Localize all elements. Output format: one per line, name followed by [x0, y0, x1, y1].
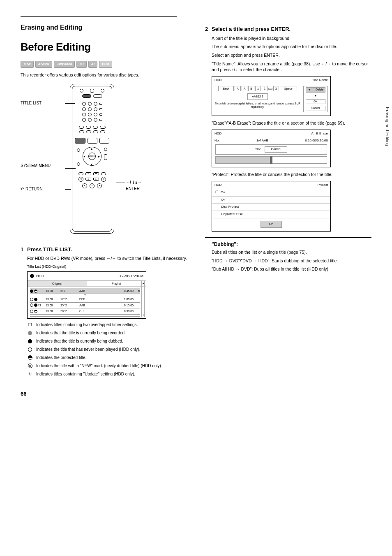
protected-icon [27, 355, 33, 361]
legend-item: Indicates that the title is currently be… [27, 338, 187, 344]
disc-icon: ♪ [30, 274, 34, 278]
return-icon: ↶ [21, 186, 24, 192]
step-2-desc-c: Select an option and press ENTER. [212, 52, 371, 58]
ab-slider[interactable] [215, 156, 327, 164]
remote-label-arrows: ←/↑/↓/→ [126, 180, 141, 185]
scrollbar[interactable]: ▴▾ [141, 281, 145, 317]
left-arrow-icon: ← [126, 180, 130, 185]
step-2-desc-a: A part of the title is played in backgro… [212, 35, 371, 42]
step-2: 2Select a title and press ENTER. [205, 25, 371, 33]
dubbing-p3: "Dub All HD → DVD": Dubs all titles in t… [212, 266, 371, 272]
disc-tag: -R [88, 61, 97, 68]
down-arrow-icon: ▼ [314, 94, 317, 97]
protect-option-off[interactable]: Off [212, 197, 330, 204]
dubbing-p2: "HDD → DVD"/"DVD → HDD": Starts dubbing … [212, 258, 371, 264]
down-arrow-icon: ↓ [134, 180, 136, 185]
char-key[interactable]: 1 [255, 86, 261, 91]
legend-item: ❐ Indicates titles containing two overla… [27, 322, 187, 328]
update-icon: ↻ [136, 289, 140, 293]
disc-tag: +R [76, 61, 86, 68]
chapter-heading: Erasing and Editing [21, 23, 187, 32]
overlap-icon: ❐ [38, 303, 41, 307]
protect-selected[interactable]: On [261, 221, 282, 228]
space-button[interactable]: Space [280, 86, 297, 91]
overlap-icon: ❐ [27, 322, 33, 328]
intro-text: This recorder offers various edit option… [21, 72, 187, 78]
protect-figure: HDD Protect ❐On Off Disc Protect Unprote… [212, 181, 331, 232]
step-1: 1Press TITLE LIST. [21, 246, 187, 253]
title-list-hdd: HDD [36, 273, 44, 278]
title-name-figure: HDD Title Name Back A A B 1 2 3 Space [212, 76, 331, 116]
title-list-header-right: 1 AAB 1:29PM [119, 273, 143, 278]
side-tab: Erasing and Editing [383, 99, 392, 154]
fig-title: Protect [318, 183, 328, 188]
left-arrow-icon: ◄ [308, 88, 310, 92]
overlap-icon: ❐ [215, 190, 218, 195]
remote-label-return: ↶RETURN [21, 186, 43, 192]
table-row[interactable]: 13:00 17/ 2 DEF 1:00:00 [30, 297, 140, 302]
remote-label-title-list: TITLE LIST [21, 100, 42, 106]
fig-hdd: HDD [214, 132, 221, 136]
delete-button[interactable]: ◄ Delete [306, 87, 325, 93]
char-key[interactable]: A [235, 86, 241, 91]
option-erase: "Erase"/"A-B Erase": Erases the title or… [212, 120, 371, 126]
disc-tag-row: +RW -RWVR -RWVideo +R -R HDD [21, 61, 187, 68]
cursor-indicator: ▼ [30, 294, 140, 296]
char-key[interactable]: B [248, 86, 254, 91]
disc-tag: HDD [99, 61, 112, 68]
fig-hdd: HDD [214, 183, 221, 188]
legend-item: Indicates the title with a "NEW" mark (n… [27, 363, 187, 369]
remote-diagram: ENTER ▴ ▾ ◂ ▸ ◂◂▸▸ ⟲◂II▸⟳ ▸II■ TITLE LIS… [21, 84, 156, 240]
table-row[interactable]: ❐ 13:00 25/ 2 AAB 0:15:00 [30, 303, 140, 308]
char-key[interactable]: 3 [273, 86, 279, 91]
char-key[interactable]: A [242, 86, 248, 91]
legend-item: ↻ Indicates titles containing "Update" s… [27, 371, 187, 377]
legend-item: Indicates that the title is currently be… [27, 330, 187, 336]
right-arrow-icon: → [137, 180, 141, 185]
tab-playlist[interactable]: Playlist [87, 281, 146, 286]
dubbing-icon [27, 338, 33, 344]
page-number: 66 [21, 390, 26, 398]
title-preview: AAB12 3 [247, 93, 268, 100]
remote-label-enter: ENTER [126, 186, 140, 192]
char-key[interactable]: 2 [262, 86, 267, 91]
option-protect: "Protect": Protects the title or cancels… [212, 171, 371, 178]
up-arrow-icon: ↑ [131, 180, 133, 185]
table-row[interactable]: 13:00 28/ 2 GHI 0:30:00 [30, 308, 140, 314]
right-panel: ◄ Delete ▼ OK Cancel [303, 86, 328, 112]
new-icon [27, 363, 33, 369]
track-cancel-button[interactable]: Cancel [265, 146, 287, 153]
update-icon: ↻ [27, 371, 33, 377]
dubbing-heading: "Dubbing": [212, 241, 371, 248]
erase-track: Title Cancel [215, 144, 327, 155]
title-list-caption: Title List (HDD-Original) [27, 264, 187, 269]
legend-item: Indicates the protected title. [27, 355, 187, 361]
step-2-desc-b: The sub-menu appears with options applic… [212, 44, 371, 50]
dubbing-p1: Dubs all titles on the list or a single … [212, 249, 371, 255]
fig-title: Title Name [312, 78, 328, 83]
disc-tag: -RWVR [35, 61, 52, 68]
protect-option-unprotect[interactable]: Unprotect Disc [212, 211, 330, 218]
option-title-name: "Title Name": Allows you to rename a tit… [212, 61, 371, 73]
fig-hdd: HDD [214, 78, 221, 83]
page-title: Before Editing [21, 40, 187, 54]
unplayed-icon [27, 347, 33, 352]
erase-figure: HDD A - B Erase No. 1/4 AAB 0:10:00/0:30… [212, 130, 331, 167]
step-1-desc: For HDD or DVD-RWs (VR mode), press ←/→ … [27, 255, 187, 262]
recording-icon [27, 330, 33, 336]
legend-item: Indicates the title that has never been … [27, 347, 187, 352]
fig-title: A - B Erase [311, 132, 328, 136]
disc-tag: -RWVideo [54, 61, 75, 68]
disc-tag: +RW [21, 61, 34, 68]
ok-button[interactable]: OK [306, 99, 325, 104]
back-button[interactable]: Back [218, 86, 234, 91]
char-key[interactable] [268, 88, 272, 90]
tab-original[interactable]: Original [28, 281, 87, 286]
protect-option-on[interactable]: ❐On [212, 189, 330, 197]
cancel-button[interactable]: Cancel [306, 106, 325, 111]
remote-label-system-menu: SYSTEM MENU [21, 163, 62, 169]
sur-hint: To switch between capital letters, small… [214, 102, 301, 109]
protect-option-disc[interactable]: Disc Protect [212, 204, 330, 211]
title-list-figure: ♪ HDD 1 AAB 1:29PM Original Playlist 13:… [27, 271, 146, 318]
